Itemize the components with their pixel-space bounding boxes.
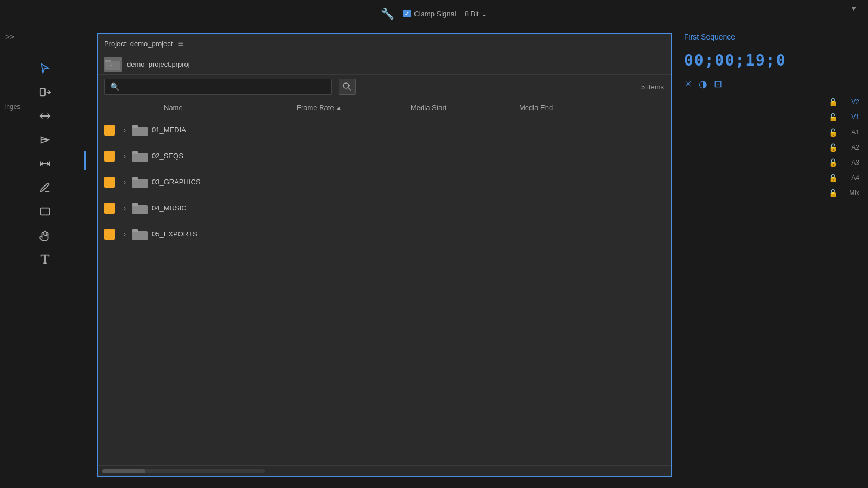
svg-rect-1 xyxy=(40,208,49,215)
folder-color-chip xyxy=(104,177,115,188)
folder-color-chip xyxy=(104,151,115,162)
sequence-icon[interactable]: ⊡ xyxy=(714,78,722,90)
expand-arrow-icon[interactable]: › xyxy=(119,151,130,162)
scrollbar-track[interactable] xyxy=(102,469,265,473)
table-row[interactable]: › 04_MUSIC xyxy=(98,195,671,221)
pin-icon: ▼ xyxy=(850,4,857,12)
lock-icon[interactable]: 🔓 xyxy=(828,143,838,152)
select-tool-button[interactable] xyxy=(34,59,56,78)
track-row-v2: 🔓 V2 xyxy=(675,94,868,110)
svg-rect-14 xyxy=(132,203,138,206)
lock-icon[interactable]: 🔓 xyxy=(828,113,838,121)
track-row-a4: 🔓 A4 xyxy=(675,170,868,185)
timecode-display: 00;00;19;0 xyxy=(675,47,868,74)
track-label-a3: A3 xyxy=(843,159,859,166)
svg-rect-16 xyxy=(132,229,138,232)
project-file-name: demo_project.prproj xyxy=(127,60,190,68)
column-headers: Name Frame Rate ▲ Media Start Media End xyxy=(98,99,671,117)
folder-name: 04_MUSIC xyxy=(152,204,271,212)
right-panel: First Sequence 00;00;19;0 ✳ ◑ ⊡ 🔓 V2 🔓 V… xyxy=(675,27,868,488)
search-row: 🔍 5 items xyxy=(98,75,671,99)
track-row-v1: 🔓 V1 xyxy=(675,110,868,125)
col-header-name[interactable]: Name xyxy=(104,104,297,112)
scrollbar-thumb[interactable] xyxy=(102,469,145,473)
expand-arrow-icon[interactable]: › xyxy=(119,177,130,188)
svg-rect-15 xyxy=(132,231,148,240)
track-row-a3: 🔓 A3 xyxy=(675,155,868,170)
expand-arrow-icon[interactable]: › xyxy=(119,229,130,240)
folder-name: 02_SEQS xyxy=(152,152,271,160)
slip-tool-button[interactable] xyxy=(34,154,56,174)
lock-icon[interactable]: 🔓 xyxy=(828,98,838,106)
rectangle-tool-button[interactable] xyxy=(34,202,56,221)
search-input[interactable] xyxy=(124,83,326,91)
track-label-a1: A1 xyxy=(843,129,859,136)
folder-name: 05_EXPORTS xyxy=(152,230,271,238)
folder-icon xyxy=(132,124,148,136)
folder-name: 03_GRAPHICS xyxy=(152,178,271,186)
search-box[interactable]: 🔍 xyxy=(104,79,332,95)
expand-arrow-icon[interactable]: › xyxy=(119,125,130,136)
svg-rect-11 xyxy=(132,179,148,188)
track-label-v1: V1 xyxy=(843,113,859,121)
bit-depth-value: 8 Bit xyxy=(465,10,479,18)
panel-menu-icon[interactable]: ≡ xyxy=(178,39,183,49)
track-row-mix: 🔓 Mix xyxy=(675,185,868,201)
expand-arrow-icon[interactable]: › xyxy=(119,203,130,214)
hand-tool-button[interactable] xyxy=(34,226,56,245)
svg-rect-6 xyxy=(349,85,350,86)
table-row[interactable]: › 02_SEQS xyxy=(98,143,671,169)
file-path-row: ↑ demo_project.prproj xyxy=(98,54,671,75)
clamp-signal-label: Clamp Signal xyxy=(414,10,456,18)
clamp-signal-group: ✓ Clamp Signal xyxy=(403,10,456,18)
pen-tool-button[interactable] xyxy=(34,178,56,197)
lock-icon[interactable]: 🔓 xyxy=(828,174,838,182)
items-count: 5 items xyxy=(641,83,664,91)
clamp-signal-checkbox[interactable]: ✓ xyxy=(403,10,411,17)
lock-icon[interactable]: 🔓 xyxy=(828,158,838,167)
wrench-icon[interactable]: 🔧 xyxy=(381,7,394,20)
parent-folder-icon: ↑ xyxy=(105,59,120,70)
track-label-a4: A4 xyxy=(843,174,859,182)
sequence-title: First Sequence xyxy=(675,27,868,47)
panel-scrollbar xyxy=(98,465,671,476)
text-tool-button[interactable] xyxy=(34,249,56,269)
effect-controls-icon[interactable]: ✳ xyxy=(684,78,692,90)
svg-rect-3 xyxy=(105,60,111,62)
panel-title: Project: demo_project xyxy=(104,40,173,48)
folder-icon xyxy=(132,176,148,188)
svg-rect-13 xyxy=(132,205,148,214)
bit-depth-dropdown[interactable]: 8 Bit ⌄ xyxy=(465,10,487,18)
left-toolbar: >> xyxy=(0,27,90,488)
find-in-project-button[interactable] xyxy=(339,79,356,95)
col-header-framerate[interactable]: Frame Rate ▲ xyxy=(297,104,411,112)
panel-header: Project: demo_project ≡ xyxy=(98,34,671,54)
track-row-a2: 🔓 A2 xyxy=(675,140,868,155)
folder-name: 01_MEDIA xyxy=(152,126,271,134)
folder-color-chip xyxy=(104,203,115,214)
track-row-a1: 🔓 A1 xyxy=(675,125,868,140)
svg-rect-12 xyxy=(132,177,138,180)
toolbar-expand-button[interactable]: >> xyxy=(5,33,14,41)
col-header-mediaend[interactable]: Media End xyxy=(519,104,664,112)
razor-tool-button[interactable] xyxy=(34,130,56,150)
top-bar: 🔧 ✓ Clamp Signal 8 Bit ⌄ ▼ xyxy=(0,0,868,27)
track-select-tool-button[interactable] xyxy=(34,82,56,102)
lock-icon[interactable]: 🔓 xyxy=(828,128,838,137)
lock-icon[interactable]: 🔓 xyxy=(828,189,838,197)
search-icon: 🔍 xyxy=(110,82,119,91)
find-icon xyxy=(342,82,352,92)
table-row[interactable]: › 01_MEDIA xyxy=(98,117,671,143)
ripple-edit-tool-button[interactable] xyxy=(34,106,56,126)
track-label-mix: Mix xyxy=(843,189,859,197)
col-header-mediastart[interactable]: Media Start xyxy=(411,104,519,112)
folder-color-chip xyxy=(104,229,115,240)
toolbar-section-label: Inges xyxy=(4,103,20,111)
table-row[interactable]: › 03_GRAPHICS xyxy=(98,169,671,195)
file-list: › 01_MEDIA › 02_SEQS › xyxy=(98,117,671,465)
table-row[interactable]: › 05_EXPORTS xyxy=(98,221,671,247)
headphone-icon[interactable]: ◑ xyxy=(699,78,707,90)
svg-text:↑: ↑ xyxy=(110,63,112,69)
track-label-a2: A2 xyxy=(843,144,859,151)
svg-rect-7 xyxy=(132,127,148,136)
